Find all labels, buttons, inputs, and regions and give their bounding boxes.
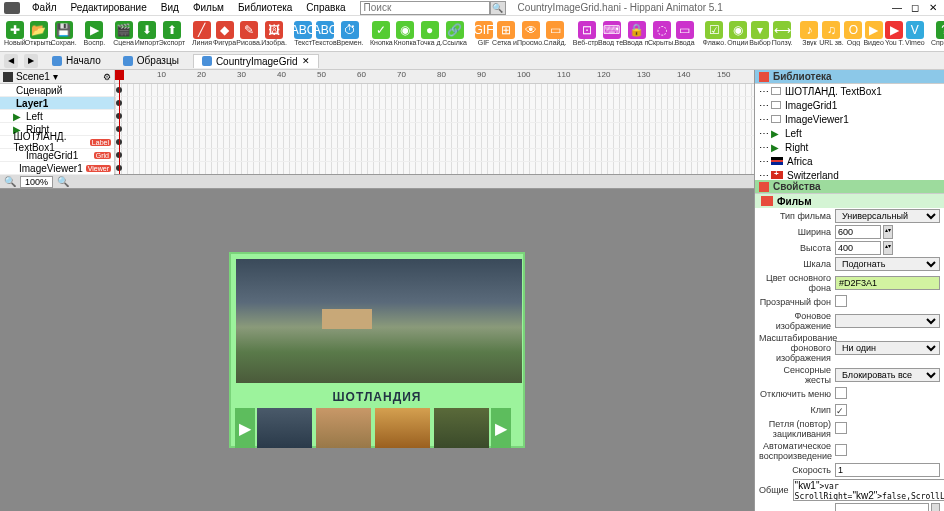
chevron-down-icon[interactable]: ▾ bbox=[53, 71, 58, 82]
prop-select[interactable]: Блокировать все bbox=[835, 368, 940, 382]
timeline-tracks[interactable]: 0102030405060708090100110120130140150 bbox=[115, 70, 754, 174]
menu-Библиотека[interactable]: Библиотека bbox=[232, 1, 298, 14]
tool-Ввода[interactable]: ▭Ввода bbox=[675, 21, 695, 46]
tool-Звук[interactable]: ♪Звук bbox=[800, 21, 818, 46]
tool-Справка[interactable]: ?Справка bbox=[933, 21, 944, 46]
library-item[interactable]: ⋯Africa bbox=[755, 154, 944, 168]
tool-Фигура[interactable]: ◆Фигура bbox=[213, 21, 236, 46]
tool-Открыть[interactable]: 📂Открыть bbox=[27, 21, 51, 46]
zoom-out-button[interactable]: 🔍 bbox=[4, 176, 16, 187]
main-image[interactable] bbox=[236, 259, 522, 383]
playhead[interactable] bbox=[119, 70, 120, 174]
tool-Линия[interactable]: ╱Линия bbox=[192, 21, 212, 46]
prop-checkbox[interactable] bbox=[835, 295, 847, 307]
thumbnail[interactable] bbox=[375, 408, 430, 448]
search-input[interactable] bbox=[360, 1, 490, 15]
thumbnail[interactable] bbox=[434, 408, 489, 448]
prop-input[interactable] bbox=[835, 241, 881, 255]
prop-select[interactable]: Ни один bbox=[835, 341, 940, 355]
track-row[interactable] bbox=[115, 97, 754, 110]
menu-Вид[interactable]: Вид bbox=[155, 1, 185, 14]
prop-checkbox[interactable] bbox=[835, 387, 847, 399]
tool-Опции[interactable]: ◉Опции bbox=[727, 21, 748, 46]
tool-Текстов.[interactable]: ABCТекстов. bbox=[313, 21, 337, 46]
properties-header[interactable]: Свойства bbox=[755, 180, 944, 194]
tool-Просмо.[interactable]: 👁Просмо. bbox=[519, 21, 543, 46]
layer-row[interactable]: Layer1 bbox=[0, 97, 114, 110]
tool-Ссылка[interactable]: 🔗Ссылка bbox=[443, 21, 467, 46]
tool-Флажо.[interactable]: ☑Флажо. bbox=[703, 21, 727, 46]
tool-Сохран.[interactable]: 💾Сохран. bbox=[52, 21, 76, 46]
menu-Фильм[interactable]: Фильм bbox=[187, 1, 230, 14]
track-row[interactable] bbox=[115, 149, 754, 162]
tool-Ogg[interactable]: OOgg bbox=[844, 21, 862, 46]
tool-Кнопка[interactable]: ✓Кнопка bbox=[370, 21, 393, 46]
track-row[interactable] bbox=[115, 123, 754, 136]
stepper[interactable]: ▴▾ bbox=[883, 225, 893, 239]
prop-select[interactable] bbox=[835, 314, 940, 328]
tool-Воспр.[interactable]: ▶Воспр. bbox=[84, 21, 106, 46]
tool-Сетка и.[interactable]: ⊞Сетка и. bbox=[494, 21, 518, 46]
library-item[interactable]: ⋯ImageViewer1 bbox=[755, 112, 944, 126]
tool-Времен.[interactable]: ⏱Времен. bbox=[338, 21, 362, 46]
library-item[interactable]: ⋯ImageGrid1 bbox=[755, 98, 944, 112]
track-row[interactable] bbox=[115, 162, 754, 174]
tool-Выбор[interactable]: ▾Выбор bbox=[749, 21, 771, 46]
tool-Видео[interactable]: ▶Видео bbox=[863, 21, 883, 46]
minimize-button[interactable]: — bbox=[890, 2, 904, 14]
library-header[interactable]: Библиотека bbox=[755, 70, 944, 84]
track-row[interactable] bbox=[115, 84, 754, 97]
timeline-ruler[interactable]: 0102030405060708090100110120130140150 bbox=[115, 70, 754, 84]
thumbnail[interactable] bbox=[257, 408, 312, 448]
tool-Vimeo[interactable]: VVimeo bbox=[905, 21, 925, 46]
layer-row[interactable]: ImageViewer1Viewer bbox=[0, 162, 114, 175]
scene-header[interactable]: Scene1 ▾ ⚙ bbox=[0, 70, 114, 84]
tool-Кнопка[interactable]: ◉Кнопка bbox=[394, 21, 417, 46]
nav-back-button[interactable]: ◀ bbox=[4, 54, 18, 68]
tool-Импорт[interactable]: ⬇Импорт bbox=[135, 21, 159, 46]
tab-Образцы[interactable]: Образцы bbox=[115, 54, 187, 67]
canvas-area[interactable]: ШОТЛАНДИЯ ▶ ▶ bbox=[0, 189, 754, 511]
library-item[interactable]: ⋯▶Right bbox=[755, 140, 944, 154]
stage[interactable]: ШОТЛАНДИЯ ▶ ▶ bbox=[229, 252, 525, 448]
stepper[interactable]: ▴▾ bbox=[883, 241, 893, 255]
prop-input[interactable] bbox=[835, 225, 881, 239]
prev-button[interactable]: ▶ bbox=[235, 408, 255, 448]
library-item[interactable]: ⋯Switzerland bbox=[755, 168, 944, 180]
zoom-level[interactable]: 100% bbox=[20, 176, 53, 188]
tool-Ползу.[interactable]: ⟷Ползу. bbox=[772, 21, 793, 46]
tool-URL зв.[interactable]: ♫URL зв. bbox=[819, 21, 843, 46]
gear-icon[interactable]: ⚙ bbox=[103, 72, 111, 82]
thumbnail[interactable] bbox=[316, 408, 371, 448]
tool-Ввода п.[interactable]: 🔒Ввода п. bbox=[625, 21, 649, 46]
tool-Рисова.[interactable]: ✎Рисова. bbox=[237, 21, 261, 46]
close-button[interactable]: ✕ bbox=[926, 2, 940, 14]
tool-Сцена[interactable]: 🎬Сцена bbox=[113, 21, 134, 46]
prop-select[interactable]: Универсальный bbox=[835, 209, 940, 223]
tool-Веб-стр.[interactable]: ⊡Веб-стр. bbox=[575, 21, 599, 46]
layer-row[interactable]: ▶Left bbox=[0, 110, 114, 123]
tool-Текст[interactable]: ABCТекст bbox=[294, 21, 312, 46]
tool-Изобра.[interactable]: 🖼Изобра. bbox=[262, 21, 286, 46]
tab-Начало[interactable]: Начало bbox=[44, 54, 109, 67]
tool-Слайд.[interactable]: ▭Слайд. bbox=[544, 21, 567, 46]
layer-row[interactable]: Сценарий bbox=[0, 84, 114, 97]
tool-GIF[interactable]: GIFGIF bbox=[475, 21, 493, 46]
layer-row[interactable]: ШОТЛАНД. TextBox1Label bbox=[0, 136, 114, 149]
tab-CountryImageGrid[interactable]: CountryImageGrid✕ bbox=[193, 54, 319, 68]
close-tab-icon[interactable]: ✕ bbox=[302, 56, 310, 66]
nav-forward-button[interactable]: ▶ bbox=[24, 54, 38, 68]
tool-Экспорт[interactable]: ⬆Экспорт bbox=[160, 21, 184, 46]
prop-input[interactable] bbox=[835, 463, 940, 477]
library-item[interactable]: ⋯▶Left bbox=[755, 126, 944, 140]
menu-Справка[interactable]: Справка bbox=[300, 1, 351, 14]
library-item[interactable]: ⋯ШОТЛАНД. TextBox1 bbox=[755, 84, 944, 98]
tool-Скрыты.[interactable]: ◌Скрыты. bbox=[650, 21, 674, 46]
tool-Точка д.[interactable]: ●Точка д. bbox=[418, 21, 442, 46]
maximize-button[interactable]: ◻ bbox=[908, 2, 922, 14]
tool-Новый[interactable]: ✚Новый bbox=[4, 21, 26, 46]
code-input[interactable] bbox=[835, 503, 929, 511]
track-row[interactable] bbox=[115, 110, 754, 123]
prop-checkbox[interactable] bbox=[835, 444, 847, 456]
prop-select[interactable]: Подогнать bbox=[835, 257, 940, 271]
